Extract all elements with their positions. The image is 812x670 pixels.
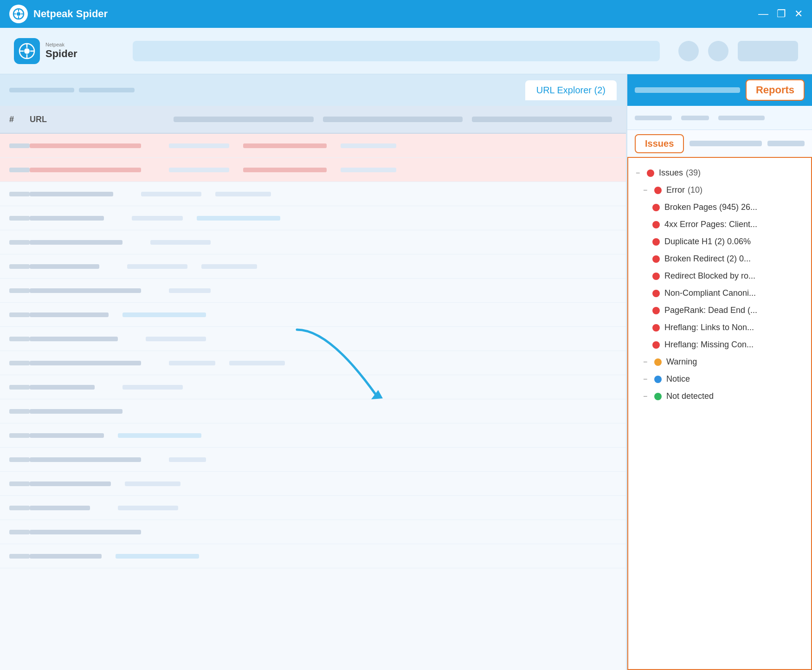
row-col4 <box>201 264 257 269</box>
dot-issues <box>647 169 654 177</box>
table-row[interactable] <box>0 327 626 351</box>
tree-toggle-warning[interactable]: − <box>643 358 651 366</box>
row-hash <box>9 457 30 462</box>
row-hash <box>9 554 30 559</box>
right-sub-bar <box>627 106 812 130</box>
tree-error-item-5[interactable]: Non-Compliant Canoni... <box>628 285 811 302</box>
dot-error-0 <box>652 204 660 211</box>
dot-error-8 <box>652 341 660 349</box>
table-row[interactable] <box>0 472 626 496</box>
row-col2 <box>118 506 178 510</box>
tab-placeholder-1 <box>9 88 74 92</box>
table-row[interactable] <box>0 520 626 544</box>
issues-tabs: Issues <box>627 130 812 158</box>
error-item-label-8: Hreflang: Missing Con... <box>664 340 754 350</box>
row-hash <box>9 192 30 196</box>
tree-error-item-8[interactable]: Hreflang: Missing Con... <box>628 336 811 353</box>
tree-toggle-not-detected[interactable]: − <box>643 392 651 401</box>
table-row[interactable] <box>0 423 626 448</box>
table-row[interactable] <box>0 351 626 375</box>
sub-placeholder-3 <box>718 116 765 120</box>
row-col3 <box>243 168 327 172</box>
svg-point-1 <box>17 12 20 16</box>
table-row[interactable] <box>0 399 626 423</box>
tree-warning[interactable]: − Warning <box>628 353 811 371</box>
table-row[interactable] <box>0 134 626 158</box>
table-row[interactable] <box>0 375 626 399</box>
svg-point-7 <box>24 48 30 54</box>
error-item-label-5: Non-Compliant Canoni... <box>664 288 756 298</box>
table-row[interactable] <box>0 303 626 327</box>
row-col2 <box>141 192 201 196</box>
url-explorer-tab[interactable]: URL Explorer (2) <box>525 80 617 100</box>
tree-error-item-6[interactable]: PageRank: Dead End (... <box>628 302 811 319</box>
tree-error-item-1[interactable]: 4xx Error Pages: Client... <box>628 216 811 233</box>
reports-tab[interactable]: Reports <box>746 79 805 101</box>
right-panel: Reports Issues − Issues (39) − <box>626 74 812 670</box>
tree-error-item-4[interactable]: Redirect Blocked by ro... <box>628 267 811 285</box>
row-hash <box>9 481 30 486</box>
col-other-3 <box>472 117 612 122</box>
row-url <box>30 143 141 148</box>
tree-error-item-2[interactable]: Duplicate H1 (2) 0.06% <box>628 233 811 250</box>
table-row[interactable] <box>0 230 626 254</box>
table-row[interactable] <box>0 206 626 230</box>
tree-toggle-notice[interactable]: − <box>643 375 651 384</box>
col-url: URL <box>30 115 169 124</box>
issues-tab[interactable]: Issues <box>635 134 684 153</box>
row-url <box>30 554 102 559</box>
row-url <box>30 385 95 390</box>
error-item-label-3: Broken Redirect (2) 0... <box>664 254 751 264</box>
url-bar[interactable] <box>133 41 660 61</box>
table-row[interactable] <box>0 279 626 303</box>
tree-toggle-error[interactable]: − <box>643 186 651 195</box>
row-hash <box>9 506 30 510</box>
row-hash <box>9 264 30 269</box>
tree-error-root[interactable]: − Error (10) <box>628 182 811 199</box>
table-row[interactable] <box>0 254 626 279</box>
row-hash <box>9 361 30 365</box>
app-header: Netpeak Spider <box>0 28 812 74</box>
error-item-label-2: Duplicate H1 (2) 0.06% <box>664 237 751 247</box>
row-hash <box>9 288 30 293</box>
app-logo-area: Netpeak Spider <box>14 38 77 64</box>
tree-error-item-3[interactable]: Broken Redirect (2) 0... <box>628 250 811 267</box>
row-url <box>30 530 141 534</box>
table-row[interactable] <box>0 182 626 206</box>
minimize-button[interactable]: — <box>758 9 768 19</box>
dot-error-5 <box>652 290 660 297</box>
tree-error-item-0[interactable]: Broken Pages (945) 26... <box>628 199 811 216</box>
right-top-bar: Reports <box>627 74 812 106</box>
table-row[interactable] <box>0 158 626 182</box>
tree-not-detected[interactable]: − Not detected <box>628 388 811 405</box>
maximize-button[interactable]: ❐ <box>777 9 786 19</box>
error-item-label-0: Broken Pages (945) 26... <box>664 202 757 212</box>
row-hash <box>9 168 30 172</box>
dot-notice <box>654 376 662 383</box>
dot-error-7 <box>652 324 660 332</box>
row-col4 <box>229 361 285 365</box>
row-col2 <box>169 288 211 293</box>
tree-issues-root[interactable]: − Issues (39) <box>628 164 811 182</box>
error-count: (10) <box>688 185 702 195</box>
dot-error-4 <box>652 273 660 280</box>
tree-notice[interactable]: − Notice <box>628 371 811 388</box>
app-logo-icon <box>9 5 28 23</box>
row-col4 <box>341 143 396 148</box>
row-col4 <box>341 168 396 172</box>
error-item-label-1: 4xx Error Pages: Client... <box>664 220 757 229</box>
row-col2 <box>169 457 206 462</box>
tree-error-item-7[interactable]: Hreflang: Links to Non... <box>628 319 811 336</box>
table-header: # URL <box>0 106 626 134</box>
row-url <box>30 506 90 510</box>
table-row[interactable] <box>0 448 626 472</box>
row-url <box>30 168 141 172</box>
issues-label: Issues <box>659 168 683 178</box>
header-action-button[interactable] <box>738 41 798 61</box>
row-col2 <box>150 240 211 245</box>
close-button[interactable]: ✕ <box>794 9 803 19</box>
table-row[interactable] <box>0 496 626 520</box>
tree-toggle-issues[interactable]: − <box>636 169 643 177</box>
table-row[interactable] <box>0 544 626 568</box>
error-item-label-7: Hreflang: Links to Non... <box>664 323 754 332</box>
